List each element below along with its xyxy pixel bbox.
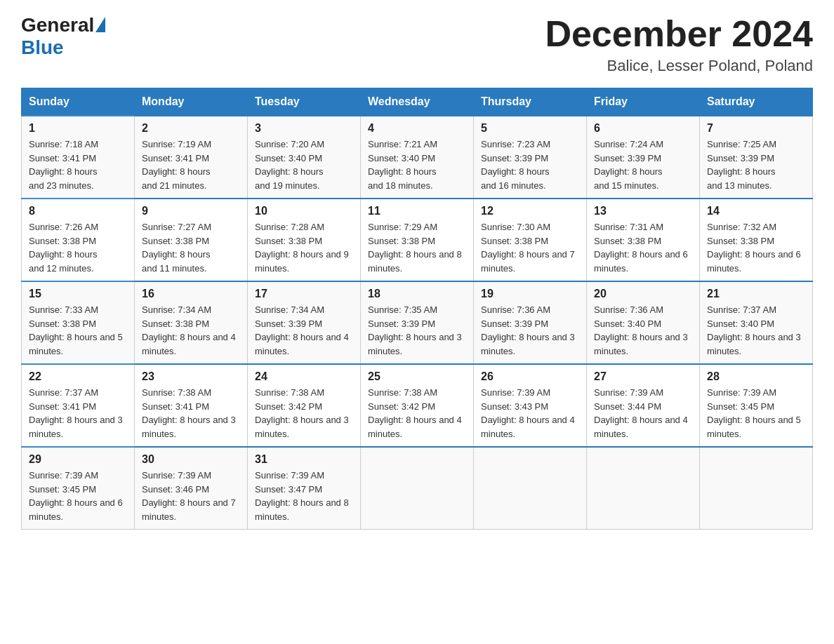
day-number: 30 <box>142 453 240 466</box>
calendar-cell <box>587 447 700 530</box>
calendar-cell: 13 Sunrise: 7:31 AM Sunset: 3:38 PM Dayl… <box>587 199 700 281</box>
day-number: 15 <box>29 288 127 300</box>
calendar-cell: 22 Sunrise: 7:37 AM Sunset: 3:41 PM Dayl… <box>22 364 135 447</box>
day-number: 18 <box>368 288 466 300</box>
calendar-cell <box>700 447 813 530</box>
day-number: 4 <box>368 122 466 135</box>
day-info: Sunrise: 7:21 AM Sunset: 3:40 PM Dayligh… <box>368 137 466 192</box>
calendar-table: SundayMondayTuesdayWednesdayThursdayFrid… <box>21 88 813 530</box>
day-info: Sunrise: 7:25 AM Sunset: 3:39 PM Dayligh… <box>707 137 805 192</box>
day-info: Sunrise: 7:34 AM Sunset: 3:38 PM Dayligh… <box>142 303 240 358</box>
calendar-cell: 29 Sunrise: 7:39 AM Sunset: 3:45 PM Dayl… <box>22 447 135 530</box>
logo-blue-text: Blue <box>21 36 64 59</box>
calendar-week-row: 29 Sunrise: 7:39 AM Sunset: 3:45 PM Dayl… <box>22 447 813 530</box>
calendar-cell: 19 Sunrise: 7:36 AM Sunset: 3:39 PM Dayl… <box>474 281 587 364</box>
day-number: 13 <box>594 205 692 217</box>
col-header-tuesday: Tuesday <box>248 88 361 116</box>
day-info: Sunrise: 7:39 AM Sunset: 3:45 PM Dayligh… <box>29 469 127 523</box>
day-info: Sunrise: 7:33 AM Sunset: 3:38 PM Dayligh… <box>29 303 127 358</box>
day-number: 31 <box>255 453 353 466</box>
day-number: 11 <box>368 205 466 217</box>
day-info: Sunrise: 7:27 AM Sunset: 3:38 PM Dayligh… <box>142 220 240 275</box>
day-number: 21 <box>707 288 805 300</box>
calendar-cell: 4 Sunrise: 7:21 AM Sunset: 3:40 PM Dayli… <box>361 116 474 199</box>
day-info: Sunrise: 7:37 AM Sunset: 3:40 PM Dayligh… <box>707 303 805 358</box>
calendar-cell: 11 Sunrise: 7:29 AM Sunset: 3:38 PM Dayl… <box>361 199 474 281</box>
calendar-cell: 15 Sunrise: 7:33 AM Sunset: 3:38 PM Dayl… <box>22 281 135 364</box>
day-number: 17 <box>255 288 353 300</box>
day-number: 8 <box>29 205 127 217</box>
day-number: 16 <box>142 288 240 300</box>
calendar-cell: 23 Sunrise: 7:38 AM Sunset: 3:41 PM Dayl… <box>135 364 248 447</box>
calendar-cell: 3 Sunrise: 7:20 AM Sunset: 3:40 PM Dayli… <box>248 116 361 199</box>
day-info: Sunrise: 7:34 AM Sunset: 3:39 PM Dayligh… <box>255 303 353 358</box>
day-number: 23 <box>142 370 240 383</box>
calendar-cell: 10 Sunrise: 7:28 AM Sunset: 3:38 PM Dayl… <box>248 199 361 281</box>
day-info: Sunrise: 7:38 AM Sunset: 3:42 PM Dayligh… <box>368 386 466 441</box>
col-header-sunday: Sunday <box>22 88 135 116</box>
calendar-cell: 27 Sunrise: 7:39 AM Sunset: 3:44 PM Dayl… <box>587 364 700 447</box>
month-title: December 2024 <box>545 14 813 54</box>
calendar-cell: 20 Sunrise: 7:36 AM Sunset: 3:40 PM Dayl… <box>587 281 700 364</box>
day-info: Sunrise: 7:20 AM Sunset: 3:40 PM Dayligh… <box>255 137 353 192</box>
calendar-cell: 12 Sunrise: 7:30 AM Sunset: 3:38 PM Dayl… <box>474 199 587 281</box>
day-info: Sunrise: 7:30 AM Sunset: 3:38 PM Dayligh… <box>481 220 579 275</box>
day-number: 10 <box>255 205 353 217</box>
calendar-cell: 18 Sunrise: 7:35 AM Sunset: 3:39 PM Dayl… <box>361 281 474 364</box>
day-number: 3 <box>255 122 353 135</box>
day-number: 27 <box>594 370 692 383</box>
day-number: 5 <box>481 122 579 135</box>
col-header-thursday: Thursday <box>474 88 587 116</box>
calendar-week-row: 15 Sunrise: 7:33 AM Sunset: 3:38 PM Dayl… <box>22 281 813 364</box>
col-header-wednesday: Wednesday <box>361 88 474 116</box>
calendar-cell <box>361 447 474 530</box>
day-info: Sunrise: 7:29 AM Sunset: 3:38 PM Dayligh… <box>368 220 466 275</box>
day-number: 2 <box>142 122 240 135</box>
day-info: Sunrise: 7:38 AM Sunset: 3:42 PM Dayligh… <box>255 386 353 441</box>
day-info: Sunrise: 7:26 AM Sunset: 3:38 PM Dayligh… <box>29 220 127 275</box>
logo: General Blue <box>21 14 105 59</box>
calendar-cell: 24 Sunrise: 7:38 AM Sunset: 3:42 PM Dayl… <box>248 364 361 447</box>
calendar-header-row: SundayMondayTuesdayWednesdayThursdayFrid… <box>22 88 813 116</box>
calendar-week-row: 1 Sunrise: 7:18 AM Sunset: 3:41 PM Dayli… <box>22 116 813 199</box>
day-info: Sunrise: 7:37 AM Sunset: 3:41 PM Dayligh… <box>29 386 127 441</box>
calendar-cell: 1 Sunrise: 7:18 AM Sunset: 3:41 PM Dayli… <box>22 116 135 199</box>
calendar-week-row: 8 Sunrise: 7:26 AM Sunset: 3:38 PM Dayli… <box>22 199 813 281</box>
day-info: Sunrise: 7:35 AM Sunset: 3:39 PM Dayligh… <box>368 303 466 358</box>
day-number: 25 <box>368 370 466 383</box>
day-info: Sunrise: 7:39 AM Sunset: 3:44 PM Dayligh… <box>594 386 692 441</box>
day-number: 26 <box>481 370 579 383</box>
logo-blue-part <box>94 17 105 34</box>
day-info: Sunrise: 7:39 AM Sunset: 3:47 PM Dayligh… <box>255 469 353 523</box>
day-info: Sunrise: 7:23 AM Sunset: 3:39 PM Dayligh… <box>481 137 579 192</box>
calendar-cell: 14 Sunrise: 7:32 AM Sunset: 3:38 PM Dayl… <box>700 199 813 281</box>
col-header-saturday: Saturday <box>700 88 813 116</box>
day-info: Sunrise: 7:31 AM Sunset: 3:38 PM Dayligh… <box>594 220 692 275</box>
title-area: December 2024 Balice, Lesser Poland, Pol… <box>545 14 813 75</box>
day-number: 6 <box>594 122 692 135</box>
day-number: 12 <box>481 205 579 217</box>
calendar-cell: 28 Sunrise: 7:39 AM Sunset: 3:45 PM Dayl… <box>700 364 813 447</box>
calendar-cell: 26 Sunrise: 7:39 AM Sunset: 3:43 PM Dayl… <box>474 364 587 447</box>
day-info: Sunrise: 7:32 AM Sunset: 3:38 PM Dayligh… <box>707 220 805 275</box>
page-header: General Blue December 2024 Balice, Lesse… <box>21 14 813 75</box>
calendar-cell: 2 Sunrise: 7:19 AM Sunset: 3:41 PM Dayli… <box>135 116 248 199</box>
day-number: 22 <box>29 370 127 383</box>
day-info: Sunrise: 7:19 AM Sunset: 3:41 PM Dayligh… <box>142 137 240 192</box>
calendar-cell: 17 Sunrise: 7:34 AM Sunset: 3:39 PM Dayl… <box>248 281 361 364</box>
calendar-cell: 6 Sunrise: 7:24 AM Sunset: 3:39 PM Dayli… <box>587 116 700 199</box>
day-number: 24 <box>255 370 353 383</box>
day-info: Sunrise: 7:39 AM Sunset: 3:45 PM Dayligh… <box>707 386 805 441</box>
calendar-cell: 25 Sunrise: 7:38 AM Sunset: 3:42 PM Dayl… <box>361 364 474 447</box>
calendar-cell: 31 Sunrise: 7:39 AM Sunset: 3:47 PM Dayl… <box>248 447 361 530</box>
calendar-cell: 21 Sunrise: 7:37 AM Sunset: 3:40 PM Dayl… <box>700 281 813 364</box>
day-info: Sunrise: 7:36 AM Sunset: 3:40 PM Dayligh… <box>594 303 692 358</box>
day-info: Sunrise: 7:28 AM Sunset: 3:38 PM Dayligh… <box>255 220 353 275</box>
calendar-cell: 8 Sunrise: 7:26 AM Sunset: 3:38 PM Dayli… <box>22 199 135 281</box>
day-number: 20 <box>594 288 692 300</box>
calendar-cell: 9 Sunrise: 7:27 AM Sunset: 3:38 PM Dayli… <box>135 199 248 281</box>
day-number: 7 <box>707 122 805 135</box>
day-info: Sunrise: 7:39 AM Sunset: 3:46 PM Dayligh… <box>142 469 240 523</box>
day-number: 29 <box>29 453 127 466</box>
col-header-friday: Friday <box>587 88 700 116</box>
